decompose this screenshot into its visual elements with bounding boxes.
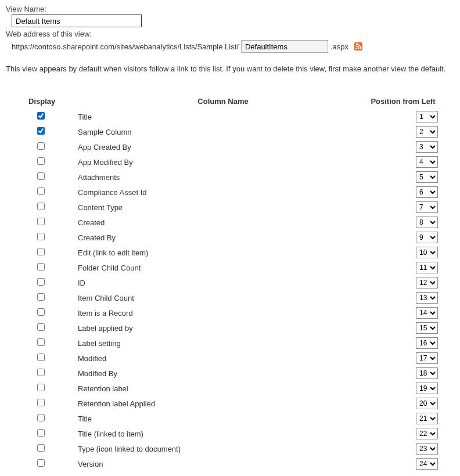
table-row: Retention label Applied12345678910111213… [28, 396, 438, 411]
position-select[interactable]: 123456789101112131415161718192021222324 [416, 458, 438, 470]
table-row: Created123456789101112131415161718192021… [28, 215, 438, 230]
position-select[interactable]: 123456789101112131415161718192021222324 [416, 292, 438, 304]
column-name-cell: Sample Column [78, 124, 368, 139]
display-checkbox[interactable] [37, 399, 45, 406]
position-select[interactable]: 123456789101112131415161718192021222324 [416, 337, 438, 349]
display-checkbox[interactable] [37, 338, 45, 346]
column-name-cell: Version [78, 456, 368, 471]
column-name-cell: Created [78, 215, 368, 230]
display-checkbox[interactable] [37, 278, 45, 286]
column-name-cell: Retention label [78, 381, 368, 396]
display-checkbox[interactable] [37, 187, 45, 195]
column-name-cell: Title [78, 411, 368, 426]
table-row: Edit (link to edit item)1234567891011121… [28, 245, 438, 260]
table-row: App Created By12345678910111213141516171… [28, 139, 438, 154]
display-checkbox[interactable] [37, 384, 45, 391]
view-name-input[interactable] [12, 15, 142, 27]
table-row: Retention label1234567891011121314151617… [28, 381, 438, 396]
column-name-cell: Attachments [78, 170, 368, 185]
display-checkbox[interactable] [37, 414, 45, 421]
column-name-cell: Modified [78, 351, 368, 366]
display-checkbox[interactable] [37, 248, 45, 255]
position-select[interactable]: 123456789101112131415161718192021222324 [416, 322, 438, 334]
table-row: Label setting123456789101112131415161718… [28, 336, 438, 351]
position-select[interactable]: 123456789101112131415161718192021222324 [416, 201, 438, 213]
column-name-cell: Content Type [78, 200, 368, 215]
column-name-cell: Title [78, 109, 368, 124]
table-row: Compliance Asset Id123456789101112131415… [28, 185, 438, 200]
display-checkbox[interactable] [37, 444, 45, 452]
position-select[interactable]: 123456789101112131415161718192021222324 [416, 383, 438, 394]
position-select[interactable]: 123456789101112131415161718192021222324 [416, 247, 438, 258]
display-checkbox[interactable] [37, 127, 45, 135]
column-name-cell: Compliance Asset Id [78, 185, 368, 200]
display-checkbox[interactable] [37, 112, 45, 120]
rss-icon[interactable] [354, 42, 362, 51]
position-select[interactable]: 123456789101112131415161718192021222324 [416, 428, 438, 439]
position-select[interactable]: 123456789101112131415161718192021222324 [416, 398, 438, 409]
position-select[interactable]: 123456789101112131415161718192021222324 [416, 111, 438, 122]
display-checkbox[interactable] [37, 203, 45, 210]
position-select[interactable]: 123456789101112131415161718192021222324 [416, 171, 438, 183]
display-checkbox[interactable] [37, 142, 45, 150]
display-checkbox[interactable] [37, 157, 45, 165]
svg-point-1 [355, 48, 357, 49]
display-checkbox[interactable] [37, 429, 45, 437]
table-row: Created By123456789101112131415161718192… [28, 230, 438, 245]
column-name-cell: Label applied by [78, 320, 368, 336]
table-row: Modified By12345678910111213141516171819… [28, 366, 438, 381]
position-select[interactable]: 123456789101112131415161718192021222324 [416, 352, 438, 364]
header-column-name: Column Name [78, 96, 368, 109]
display-checkbox[interactable] [37, 323, 45, 331]
column-name-cell: Type (icon linked to document) [78, 441, 368, 456]
web-address-label: Web address of this view: [6, 30, 454, 38]
table-row: Title12345678910111213141516171819202122… [28, 411, 438, 426]
column-name-cell: Retention label Applied [78, 396, 368, 411]
table-row: ID12345678910111213141516171819202122232… [28, 275, 438, 290]
table-row: Content Type1234567891011121314151617181… [28, 200, 438, 215]
display-checkbox[interactable] [37, 263, 45, 271]
display-checkbox[interactable] [37, 354, 45, 361]
svg-rect-0 [354, 42, 362, 51]
position-select[interactable]: 123456789101112131415161718192021222324 [416, 156, 438, 168]
url-prefix: https://contoso.sharepoint.com/sites/web… [12, 42, 239, 51]
display-checkbox[interactable] [37, 218, 45, 225]
position-select[interactable]: 123456789101112131415161718192021222324 [416, 443, 438, 455]
display-checkbox[interactable] [37, 233, 45, 240]
display-checkbox[interactable] [37, 308, 45, 316]
position-select[interactable]: 123456789101112131415161718192021222324 [416, 277, 438, 289]
position-select[interactable]: 123456789101112131415161718192021222324 [416, 413, 438, 424]
table-row: App Modified By1234567891011121314151617… [28, 154, 438, 170]
column-name-cell: App Created By [78, 139, 368, 154]
position-select[interactable]: 123456789101112131415161718192021222324 [416, 307, 438, 319]
position-select[interactable]: 123456789101112131415161718192021222324 [416, 217, 438, 228]
table-row: Type (icon linked to document)1234567891… [28, 441, 438, 456]
table-row: Title (linked to item)123456789101112131… [28, 426, 438, 441]
column-name-cell: Title (linked to item) [78, 426, 368, 441]
columns-table: Display Column Name Position from Left T… [28, 96, 438, 471]
table-row: Folder Child Count1234567891011121314151… [28, 260, 438, 275]
header-position: Position from Left [368, 96, 438, 109]
position-select[interactable]: 123456789101112131415161718192021222324 [416, 126, 438, 138]
column-name-cell: Item Child Count [78, 290, 368, 305]
display-checkbox[interactable] [37, 459, 45, 467]
column-name-cell: Created By [78, 230, 368, 245]
display-checkbox[interactable] [37, 369, 45, 376]
display-checkbox[interactable] [37, 293, 45, 301]
position-select[interactable]: 123456789101112131415161718192021222324 [416, 262, 438, 273]
position-select[interactable]: 123456789101112131415161718192021222324 [416, 367, 438, 379]
table-row: Attachments12345678910111213141516171819… [28, 170, 438, 185]
column-name-cell: Label setting [78, 336, 368, 351]
table-row: Title12345678910111213141516171819202122… [28, 109, 438, 124]
url-suffix: .aspx [330, 42, 348, 51]
position-select[interactable]: 123456789101112131415161718192021222324 [416, 186, 438, 198]
position-select[interactable]: 123456789101112131415161718192021222324 [416, 232, 438, 243]
header-display: Display [28, 96, 78, 109]
url-slug-input[interactable] [241, 40, 328, 53]
column-name-cell: Modified By [78, 366, 368, 381]
table-row: Item Child Count123456789101112131415161… [28, 290, 438, 305]
display-checkbox[interactable] [37, 172, 45, 180]
position-select[interactable]: 123456789101112131415161718192021222324 [416, 141, 438, 153]
view-description: This view appears by default when visito… [6, 64, 454, 73]
view-name-label: View Name: [6, 5, 454, 13]
